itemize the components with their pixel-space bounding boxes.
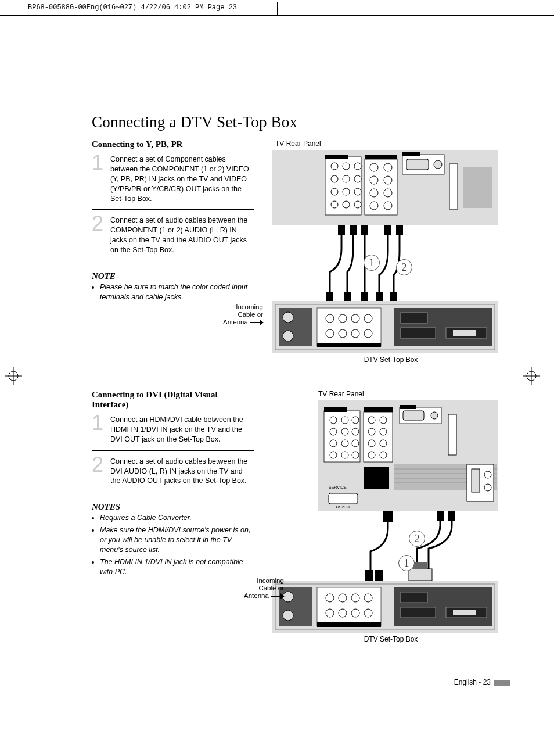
svg-rect-131 xyxy=(317,622,381,627)
svg-rect-49 xyxy=(279,308,312,346)
svg-rect-82 xyxy=(364,407,393,412)
svg-point-12 xyxy=(331,175,338,182)
section2-heading: Connecting to DVI (Digital Visual Interf… xyxy=(92,390,254,411)
svg-point-50 xyxy=(283,312,293,323)
svg-point-95 xyxy=(431,412,438,419)
svg-point-10 xyxy=(343,163,350,170)
step-number: 2 xyxy=(92,216,106,255)
svg-rect-21 xyxy=(365,155,397,159)
arrow-icon xyxy=(250,322,263,323)
svg-point-19 xyxy=(343,201,350,208)
svg-point-16 xyxy=(343,188,350,195)
tv-rear-panel-label-2: TV Rear Panel xyxy=(318,390,510,398)
svg-point-79 xyxy=(330,452,337,458)
svg-point-14 xyxy=(354,175,361,182)
svg-rect-64 xyxy=(401,328,436,338)
section2-step1: Connect an HDMI/DVI cable between the HD… xyxy=(110,415,254,445)
section2-note-item: Make sure the HDMI/DVI source's power is… xyxy=(100,525,254,555)
svg-rect-97 xyxy=(364,467,389,489)
svg-point-26 xyxy=(384,176,392,184)
svg-point-74 xyxy=(341,428,348,435)
svg-rect-43 xyxy=(344,292,351,301)
svg-point-126 xyxy=(364,594,372,602)
footer-bar-icon xyxy=(494,680,510,686)
svg-rect-110 xyxy=(383,511,393,522)
svg-rect-8 xyxy=(325,155,348,159)
svg-point-30 xyxy=(384,202,392,210)
registration-mark-right xyxy=(523,367,540,385)
svg-rect-96 xyxy=(448,414,456,455)
svg-rect-41 xyxy=(396,225,403,235)
page-footer: English - 23 xyxy=(454,678,510,686)
svg-point-91 xyxy=(380,452,387,458)
svg-point-9 xyxy=(331,163,338,170)
section2-note-list: Requires a Cable Converter. Make sure th… xyxy=(92,513,254,576)
svg-point-25 xyxy=(370,176,378,184)
svg-rect-133 xyxy=(401,592,427,603)
svg-rect-40 xyxy=(384,225,391,235)
svg-point-85 xyxy=(380,417,387,424)
svg-rect-69 xyxy=(324,407,347,412)
svg-rect-104 xyxy=(472,469,480,492)
svg-point-15 xyxy=(331,188,338,195)
svg-point-78 xyxy=(352,440,359,447)
svg-point-24 xyxy=(384,163,392,171)
incoming-cable-label: Incoming Cable or Antenna xyxy=(223,303,263,327)
svg-point-53 xyxy=(326,314,334,323)
svg-point-11 xyxy=(354,163,361,170)
svg-rect-44 xyxy=(361,292,368,301)
svg-rect-94 xyxy=(403,411,424,420)
note-heading: NOTE xyxy=(92,271,254,281)
svg-point-124 xyxy=(339,594,347,602)
svg-point-127 xyxy=(326,609,334,617)
svg-point-84 xyxy=(368,417,375,424)
section2-note-item: Requires a Cable Converter. xyxy=(100,513,254,523)
tv-rear-panel-label: TV Rear Panel xyxy=(275,139,510,148)
svg-rect-115 xyxy=(409,569,432,581)
section1-note-list: Please be sure to match the color coded … xyxy=(92,282,254,302)
svg-point-81 xyxy=(352,452,359,458)
svg-point-60 xyxy=(364,329,372,338)
svg-point-13 xyxy=(343,175,350,182)
notes-heading: NOTES xyxy=(92,502,254,512)
svg-rect-35 xyxy=(449,164,458,209)
dtv-box-label-2: DTV Set-Top Box xyxy=(272,635,510,643)
svg-rect-122 xyxy=(317,587,381,626)
svg-point-72 xyxy=(352,417,359,424)
svg-rect-37 xyxy=(338,225,345,235)
svg-rect-36 xyxy=(463,167,492,208)
svg-point-56 xyxy=(364,314,372,323)
svg-point-54 xyxy=(339,314,347,323)
svg-rect-116 xyxy=(413,562,427,569)
svg-rect-83 xyxy=(364,412,393,462)
callout-circle-1b: 1 xyxy=(398,555,415,571)
svg-point-73 xyxy=(330,428,337,435)
svg-rect-39 xyxy=(361,225,368,235)
step-number: 1 xyxy=(92,415,106,445)
svg-point-55 xyxy=(351,314,359,323)
svg-point-130 xyxy=(364,609,372,617)
dtv-box-label: DTV Set-Top Box xyxy=(272,356,510,364)
svg-point-121 xyxy=(283,610,293,621)
svg-text:SERVICE: SERVICE xyxy=(329,485,347,489)
svg-point-80 xyxy=(341,452,348,458)
svg-point-129 xyxy=(351,609,359,617)
svg-point-59 xyxy=(351,329,359,338)
crop-right-top xyxy=(513,0,513,23)
svg-rect-61 xyxy=(317,343,381,347)
section2-note-item: The HDMI IN 1/DVI IN jack is not compati… xyxy=(100,557,254,577)
svg-point-51 xyxy=(283,331,293,341)
svg-rect-46 xyxy=(390,292,397,301)
svg-rect-66 xyxy=(453,330,476,336)
svg-point-70 xyxy=(330,417,337,424)
step-number: 1 xyxy=(92,155,106,203)
svg-point-76 xyxy=(330,440,337,447)
crop-center-top xyxy=(277,2,278,16)
cable-diagram-1 xyxy=(272,225,498,301)
svg-point-71 xyxy=(341,417,348,424)
svg-rect-33 xyxy=(406,159,429,170)
svg-point-128 xyxy=(339,609,347,617)
svg-point-27 xyxy=(370,189,378,197)
svg-point-77 xyxy=(341,440,348,447)
svg-point-125 xyxy=(351,594,359,602)
